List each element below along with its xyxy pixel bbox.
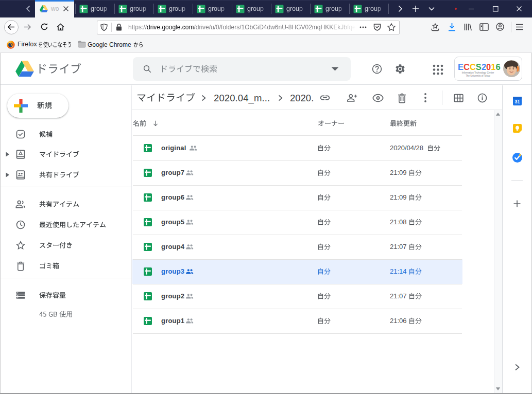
svg-text:31: 31 bbox=[514, 99, 520, 104]
